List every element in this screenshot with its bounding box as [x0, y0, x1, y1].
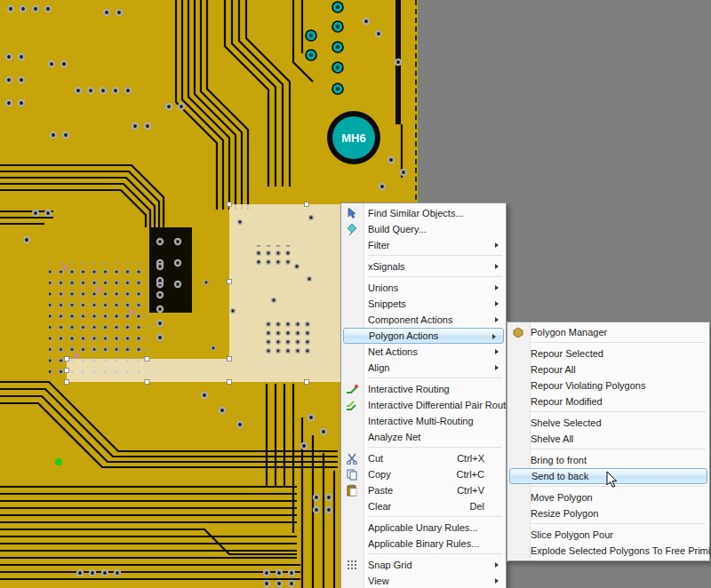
menu-item-label: Slice Polygon Pour [531, 529, 613, 540]
submenu-arrow-icon [495, 349, 499, 354]
menu-item-label: Bring to front [531, 455, 587, 465]
menu-item-label: Interactive Routing [368, 384, 450, 394]
menu-item-label: Filter [368, 240, 389, 250]
copy-icon [344, 467, 360, 481]
menu-item-label: Send to back [531, 471, 588, 481]
context-menu: Find Similar Objects... Build Query... F… [340, 203, 507, 588]
menu-item-label: Repour Violating Polygons [531, 380, 645, 391]
menu-item-find-similar-objects[interactable]: Find Similar Objects... [341, 205, 506, 221]
menu-item-label: Applicable Unary Rules... [368, 522, 478, 533]
submenu-item-explode-selected-polygons[interactable]: Explode Selected Polygons To Free Primit… [507, 543, 709, 559]
submenu-item-slice-polygon-pour[interactable]: Slice Polygon Pour [507, 527, 709, 543]
mouse-cursor-icon [606, 471, 619, 492]
menu-item-applicable-unary-rules[interactable]: Applicable Unary Rules... [341, 520, 506, 536]
mh6-label: MH6 [341, 131, 365, 145]
menu-item-unions[interactable]: Unions [341, 280, 506, 296]
menu-item-applicable-binary-rules[interactable]: Applicable Binary Rules... [341, 536, 506, 552]
menu-separator [368, 276, 502, 277]
menu-item-clear[interactable]: Clear Del [341, 498, 506, 514]
submenu-arrow-icon [495, 242, 499, 248]
menu-item-label: Unions [368, 282, 398, 293]
menu-item-label: Build Query... [368, 224, 427, 234]
submenu-item-repour-violating-polygons[interactable]: Repour Violating Polygons [507, 377, 709, 393]
menu-item-label: Snippets [368, 298, 406, 309]
menu-separator [368, 516, 502, 517]
snap-grid-icon [344, 558, 360, 572]
menu-item-label: Move Polygon [531, 492, 593, 503]
submenu-arrow-icon [495, 301, 499, 306]
submenu-arrow-icon [495, 264, 499, 269]
menu-separator [531, 342, 706, 343]
green-marker [55, 458, 62, 465]
menu-item-cut[interactable]: Cut Ctrl+X [341, 450, 506, 466]
menu-item-view[interactable]: View [341, 573, 506, 588]
menu-item-label: Shelve Selected [531, 417, 602, 428]
menu-item-paste[interactable]: Paste Ctrl+V [341, 482, 506, 498]
menu-item-label: View [368, 576, 389, 586]
find-similar-icon [344, 206, 360, 220]
menu-separator [368, 377, 502, 378]
menu-item-polygon-actions[interactable]: Polygon Actions [343, 328, 504, 344]
menu-item-shortcut: Ctrl+C [457, 466, 484, 482]
menu-item-xsignals[interactable]: xSignals [341, 258, 506, 274]
submenu-item-shelve-selected[interactable]: Shelve Selected [507, 415, 709, 431]
menu-item-label: Paste [368, 485, 393, 496]
submenu-arrow-icon [495, 562, 499, 568]
menu-item-component-actions[interactable]: Component Actions [341, 312, 506, 328]
menu-item-label: Align [368, 362, 389, 373]
menu-item-label: Find Similar Objects... [368, 208, 464, 219]
menu-item-analyze-net[interactable]: Analyze Net [341, 429, 506, 445]
build-query-icon [344, 222, 360, 236]
mounting-hole-mh6[interactable]: MH6 [327, 111, 380, 164]
menu-item-label: Polygon Actions [369, 330, 438, 341]
menu-separator [368, 255, 502, 256]
submenu-item-polygon-manager[interactable]: Polygon Manager [507, 324, 709, 340]
menu-item-label: Analyze Net [368, 432, 420, 442]
interactive-diff-pair-icon [344, 398, 360, 412]
menu-item-copy[interactable]: Copy Ctrl+C [341, 466, 506, 482]
menu-separator [531, 411, 706, 412]
submenu-arrow-icon [495, 365, 499, 370]
submenu-item-resize-polygon[interactable]: Resize Polygon [507, 505, 709, 521]
menu-item-snippets[interactable]: Snippets [341, 296, 506, 312]
menu-separator [368, 553, 502, 554]
menu-item-label: Component Actions [368, 314, 452, 325]
menu-item-shortcut: Ctrl+V [457, 482, 484, 498]
submenu-item-repour-modified[interactable]: Repour Modified [507, 393, 709, 409]
menu-item-label: Clear [368, 501, 391, 512]
menu-item-shortcut: Del [469, 498, 484, 514]
menu-item-label: Snap Grid [368, 560, 412, 570]
interactive-routing-icon [344, 382, 360, 396]
submenu-arrow-icon [495, 578, 499, 584]
menu-separator [531, 449, 706, 449]
submenu-item-repour-all[interactable]: Repour All [507, 362, 709, 377]
menu-item-interactive-differential-pair-routing[interactable]: Interactive Differential Pair Routing [341, 397, 506, 413]
submenu-item-bring-to-front[interactable]: Bring to front [507, 452, 709, 468]
menu-item-label: Repour Selected [531, 348, 603, 359]
menu-item-label: Explode Selected Polygons To Free Primit… [531, 545, 711, 556]
menu-separator [368, 447, 502, 448]
menu-item-label: Polygon Manager [531, 327, 607, 338]
menu-item-label: Resize Polygon [531, 508, 598, 519]
menu-item-label: Repour All [531, 364, 576, 375]
paste-icon [344, 483, 360, 497]
polygon-manager-icon [510, 325, 526, 339]
menu-separator [531, 523, 706, 524]
menu-item-net-actions[interactable]: Net Actions [341, 344, 506, 360]
submenu-arrow-icon [492, 334, 496, 339]
menu-item-align[interactable]: Align [341, 360, 506, 376]
menu-item-label: xSignals [368, 261, 405, 272]
menu-item-snap-grid[interactable]: Snap Grid [341, 557, 506, 573]
menu-item-interactive-routing[interactable]: Interactive Routing [341, 381, 506, 397]
cut-icon [344, 451, 360, 465]
menu-item-interactive-multi-routing[interactable]: Interactive Multi-Routing [341, 413, 506, 429]
menu-item-label: Cut [368, 453, 383, 464]
menu-item-filter[interactable]: Filter [341, 237, 506, 253]
menu-item-build-query[interactable]: Build Query... [341, 221, 506, 237]
submenu-arrow-icon [495, 317, 499, 322]
submenu-item-repour-selected[interactable]: Repour Selected [507, 346, 709, 362]
menu-item-label: Applicable Binary Rules... [368, 538, 479, 549]
polygon-actions-submenu: Polygon Manager Repour Selected Repour A… [507, 322, 710, 561]
submenu-item-shelve-all[interactable]: Shelve All [507, 431, 709, 447]
menu-item-label: Interactive Multi-Routing [368, 416, 474, 426]
